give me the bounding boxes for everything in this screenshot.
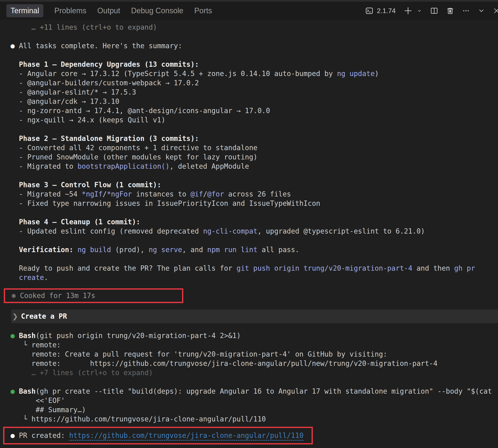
terminal-line: └ remote: bbox=[11, 340, 498, 350]
terminal-line bbox=[11, 32, 498, 41]
terminal-text: - ngx-quill → 24.x (keeps Quill v1) bbox=[11, 116, 165, 124]
terminal-text: - Pruned SnowModule (other modules kept … bbox=[11, 153, 257, 161]
terminal-text: ✻ Cooked for 13m 17s bbox=[12, 291, 95, 300]
terminal-text: All tasks complete. Here's the summary: bbox=[19, 42, 182, 50]
terminal-text: bootstrapApplication() bbox=[78, 162, 170, 170]
tab-terminal[interactable]: Terminal bbox=[6, 4, 43, 17]
terminal-text: Bash bbox=[19, 387, 36, 395]
terminal-text: (git push origin trung/v20-migration-par… bbox=[36, 332, 241, 340]
terminal-line: - Pruned SnowModule (other modules kept … bbox=[11, 153, 498, 162]
terminal-text: ng-cli-compat bbox=[203, 227, 257, 235]
terminal-text: instances to bbox=[132, 190, 191, 198]
terminal-profile-chevron-icon[interactable] bbox=[417, 8, 422, 14]
terminal-line: - Migrated ~54 *ngIf/*ngFor instances to… bbox=[11, 190, 498, 199]
terminal-line: - ngx-quill → 24.x (keeps Quill v1) bbox=[11, 115, 498, 125]
terminal-line: Verification: ng build (prod), ng serve,… bbox=[11, 245, 498, 255]
terminal-text: - @angular-eslint/* → 17.5.3 bbox=[11, 88, 136, 96]
terminal-text: git push origin trung/v20-migration-part… bbox=[237, 264, 412, 272]
terminal-text: └ remote: bbox=[11, 341, 61, 349]
terminal-text: PR created: bbox=[19, 431, 69, 440]
terminal-text: <<'EOF' bbox=[11, 396, 65, 405]
terminal-text: - Migrated to bbox=[11, 162, 78, 170]
terminal-text bbox=[11, 181, 19, 189]
terminal-line: - Converted all 42 components + 1 direct… bbox=[11, 143, 498, 153]
terminal-text: Bash bbox=[19, 332, 36, 340]
panel-resize-handle[interactable] bbox=[0, 0, 498, 2]
terminal-line bbox=[11, 125, 498, 134]
tab-output[interactable]: Output bbox=[97, 6, 120, 15]
terminal-line bbox=[11, 171, 498, 180]
terminal-text: Phase 2 — Standalone Migration (3 commit… bbox=[19, 134, 199, 143]
terminal-text: @if bbox=[191, 190, 203, 198]
terminal-line: ● All tasks complete. Here's the summary… bbox=[11, 41, 498, 50]
terminal-text: remote: https://github.com/trungvose/jir… bbox=[11, 359, 437, 368]
split-terminal-button[interactable] bbox=[430, 7, 438, 15]
terminal-text: - Migrated ~54 bbox=[11, 190, 82, 198]
terminal-text bbox=[11, 60, 19, 68]
terminal-line bbox=[11, 208, 498, 217]
kill-terminal-button[interactable] bbox=[446, 7, 454, 15]
terminal-line bbox=[11, 377, 498, 387]
terminal-line: ● PR created: https://github.com/trungvo… bbox=[11, 431, 312, 440]
tab-problems[interactable]: Problems bbox=[54, 6, 86, 15]
terminal-text: Phase 1 — Dependency Upgrades (13 commit… bbox=[19, 60, 199, 68]
terminal-text bbox=[11, 273, 19, 282]
new-terminal-button[interactable] bbox=[404, 6, 413, 15]
terminal-line bbox=[11, 255, 498, 264]
panel-header: Terminal Problems Output Debug Console P… bbox=[0, 2, 498, 20]
terminal-text bbox=[73, 246, 78, 254]
tab-ports[interactable]: Ports bbox=[194, 6, 212, 15]
terminal-text: @for bbox=[207, 190, 224, 198]
terminal-text: remote: Create a pull request for 'trung… bbox=[11, 350, 387, 358]
terminal-line bbox=[11, 50, 498, 60]
terminal-text: Ready to push and create the PR? The pla… bbox=[11, 264, 237, 272]
terminal-text: … +7 lines (ctrl+o to expand) bbox=[11, 368, 153, 377]
terminal-text: , upgraded @typescript-eslint to 6.21.0) bbox=[257, 227, 425, 235]
panel-tabs: Terminal Problems Output Debug Console P… bbox=[6, 4, 212, 17]
terminal-text: - Fixed type narrowing issues in IssuePr… bbox=[11, 199, 320, 208]
terminal-text: - @angular/cdk → 17.3.10 bbox=[11, 97, 119, 106]
terminal-text: *ngFor bbox=[107, 190, 132, 198]
terminal-text: - Converted all 42 components + 1 direct… bbox=[11, 144, 257, 152]
terminal-text: across 26 files bbox=[224, 190, 291, 198]
terminal-line: remote: Create a pull request for 'trung… bbox=[11, 350, 498, 359]
terminal-text: (prod), bbox=[111, 246, 149, 254]
terminal-text: └ https://github.com/trungvose/jira-clon… bbox=[11, 415, 266, 423]
terminal-shell-icon bbox=[365, 7, 373, 15]
queued-prompt-label: Create a PR bbox=[21, 312, 67, 321]
terminal-line: Ready to push and create the PR? The pla… bbox=[11, 264, 498, 273]
terminal-line: create. bbox=[11, 273, 498, 282]
terminal-text: ng build bbox=[78, 246, 111, 254]
close-panel-button[interactable] bbox=[493, 7, 498, 14]
hide-panel-chevron-icon[interactable] bbox=[478, 7, 485, 14]
terminal-line: - ng-zorro-antd → 17.4.1, @ant-design/ic… bbox=[11, 106, 498, 115]
terminal-line: - Updated eslint config (removed depreca… bbox=[11, 227, 498, 236]
terminal-output: … +11 lines (ctrl+o to expand)● All task… bbox=[0, 20, 498, 444]
terminal-line: └ https://github.com/trungvose/jira-clon… bbox=[11, 415, 498, 424]
terminal-text bbox=[11, 218, 19, 226]
terminal-text: gh pr bbox=[454, 264, 475, 272]
terminal-line bbox=[11, 236, 498, 245]
queued-prompt-bar[interactable]: ❯Create a PR bbox=[11, 310, 498, 323]
terminal-line: ✻ Cooked for 13m 17s bbox=[12, 291, 182, 300]
terminal-text: - Updated eslint config (removed depreca… bbox=[11, 227, 203, 235]
terminal-text: (gh pr create --title "build(deps): upgr… bbox=[36, 387, 492, 395]
terminal-text: Phase 3 — Control Flow (1 commit): bbox=[19, 181, 161, 189]
more-actions-button[interactable] bbox=[462, 7, 470, 15]
terminal-text: create bbox=[19, 273, 44, 282]
terminal-text bbox=[11, 134, 19, 143]
terminal-version: 2.1.74 bbox=[377, 7, 396, 15]
terminal-text: and then bbox=[412, 264, 454, 272]
terminal-text: - @angular-builders/custom-webpack → 17.… bbox=[11, 79, 199, 87]
terminal-text: ● bbox=[11, 387, 19, 395]
terminal-line: remote: https://github.com/trungvose/jir… bbox=[11, 359, 498, 368]
terminal-line: - @angular/cdk → 17.3.10 bbox=[11, 97, 498, 106]
terminal-text: , and bbox=[182, 246, 207, 254]
highlight-box-cooked: ✻ Cooked for 13m 17s bbox=[4, 288, 183, 303]
terminal-text: ● bbox=[11, 431, 19, 440]
pr-url-link[interactable]: https://github.com/trungvose/jira-clone-… bbox=[69, 431, 304, 440]
terminal-line: ## Summary…) bbox=[11, 405, 498, 415]
tab-debug-console[interactable]: Debug Console bbox=[131, 6, 183, 15]
terminal-line: - Fixed type narrowing issues in IssuePr… bbox=[11, 199, 498, 208]
highlight-box-pr-created: ● PR created: https://github.com/trungvo… bbox=[3, 427, 313, 444]
